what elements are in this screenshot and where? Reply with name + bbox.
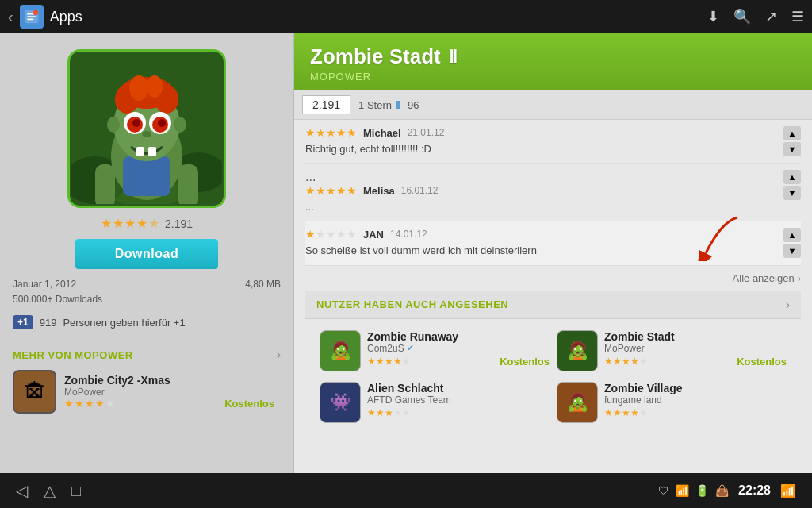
nutzer-kostenlos: Kostenlos [737, 356, 787, 368]
nutzer-kostenlos: Kostenlos [500, 356, 550, 368]
nutzer-thumb: 👾 [320, 382, 361, 423]
app-title-row: Zombie Stadt Ⅱ [310, 44, 796, 69]
nutzer-item[interactable]: 🧟 Zombie Stadt MoPower ★★★★★ Kostenlos [553, 325, 790, 376]
file-size: 4,80 MB [245, 277, 281, 292]
nutzer-info: Zombie Runaway Com2uS ✔ ★★★★★ Kostenlos [367, 330, 550, 368]
bag-icon: 👜 [715, 484, 729, 497]
thumbs-icons: ▲ ▼ [783, 228, 801, 258]
reviews-section: ★★★★★ Michael 21.01.12 Richtig gut, echt… [294, 120, 812, 473]
review-date: 16.01.12 [401, 185, 439, 196]
alle-anzeigen-label: Alle anzeigen [733, 272, 795, 284]
nutzer-app-name: Alien Schlacht [367, 382, 550, 394]
svg-rect-22 [148, 147, 156, 156]
nutzer-stars: ★★★★★ [604, 407, 648, 418]
security-icon: 🛡 [658, 484, 669, 497]
thumbs-up-icon[interactable]: ▲ [783, 126, 801, 140]
home-nav-icon[interactable]: △ [44, 481, 56, 500]
rating-value: 2.191 [165, 217, 193, 230]
svg-point-18 [132, 119, 140, 127]
nutzer-info: Zombie Village fungame land ★★★★★ [604, 382, 787, 418]
nutzer-bottom-row: ★★★★★ [604, 407, 787, 418]
rating-row: ★★★★★ 2.191 [101, 216, 193, 231]
nutzer-stars: ★★★★★ [367, 356, 411, 367]
back-nav-icon[interactable]: ◁ [16, 481, 28, 500]
download-icon[interactable]: ⬇ [707, 8, 719, 25]
thumbs-down-icon[interactable]: ▼ [783, 142, 801, 156]
release-date: Januar 1, 2012 [13, 279, 76, 290]
nutzer-app-name: Zombie Village [604, 382, 787, 394]
recent-nav-icon[interactable]: □ [71, 482, 81, 500]
review-author: Michael [363, 127, 401, 139]
topbar-title: Apps [50, 9, 707, 25]
back-icon[interactable]: ‹ [8, 8, 13, 26]
app-developer: MOPOWER [310, 71, 796, 83]
nutzer-thumb: 🧟 [557, 382, 598, 423]
nutzer-thumb: 🧟 [557, 330, 598, 371]
review-author: Melisa [363, 185, 395, 197]
review-text: Richtig gut, echt toll!!!!!!!! :D [305, 142, 801, 156]
mehr-von-arrow[interactable]: › [277, 348, 281, 362]
review-header: ★★★★★ Melisa 16.01.12 [305, 184, 801, 197]
svg-rect-21 [136, 147, 144, 156]
nutzer-stars: ★★★★★ [367, 407, 411, 418]
nutzer-grid: 🧟 Zombie Runaway Com2uS ✔ ★★★★★ Kostenlo… [305, 319, 801, 434]
left-panel: ★★★★★ 2.191 Download Januar 1, 2012 4,80… [0, 33, 293, 473]
download-button[interactable]: Download [75, 239, 218, 269]
share-icon[interactable]: ↗ [765, 8, 777, 25]
nav-left: ◁ △ □ [16, 481, 81, 500]
topbar-icons: ⬇ 🔍 ↗ ☰ [707, 8, 804, 25]
verified-check: ✔ [407, 343, 414, 353]
search-icon[interactable]: 🔍 [733, 8, 751, 25]
menu-icon[interactable]: ☰ [791, 8, 804, 25]
rating-count: 96 [408, 99, 419, 111]
thumbs-up-icon[interactable]: ▲ [783, 228, 801, 242]
plus-one-count: 919 [40, 317, 57, 329]
nutzer-section: NUTZER HABEN AUCH ANGESEHEN › 🧟 Zombie R… [305, 291, 801, 442]
topbar: ‹ Apps ⬇ 🔍 ↗ ☰ [0, 0, 812, 33]
review-header: ★★★★★ JAN 14.01.12 [305, 228, 801, 241]
mopower-app-thumb: 🏚 [13, 370, 56, 414]
thumbs-down-icon[interactable]: ▼ [783, 244, 801, 258]
plus-one-badge[interactable]: +1 [13, 315, 33, 329]
svg-point-23 [107, 117, 120, 133]
mopower-stars-row: ★★★★★ Kostenlos [64, 398, 281, 410]
thumbs-icons: ▲ ▼ [783, 126, 801, 156]
rating-label: 1 Stern [358, 99, 392, 111]
nutzer-header: NUTZER HABEN AUCH ANGESEHEN › [305, 291, 801, 319]
nutzer-arrow[interactable]: › [786, 298, 790, 312]
nutzer-item[interactable]: 🧟 Zombie Runaway Com2uS ✔ ★★★★★ Kostenlo… [316, 325, 553, 376]
svg-point-1 [33, 10, 38, 16]
plus-one-text: Personen geben hierfür +1 [63, 317, 185, 329]
nutzer-bottom-row: ★★★★★ [367, 407, 550, 418]
nutzer-thumb: 🧟 [320, 330, 361, 371]
alle-anzeigen-row[interactable]: Alle anzeigen › [305, 266, 801, 291]
right-panel: Zombie Stadt Ⅱ MOPOWER 2.191 1 Stern 96 … [294, 33, 812, 473]
review-date: 21.01.12 [408, 127, 445, 138]
review-ellipsis: ... [305, 170, 801, 184]
thumbs-down-icon[interactable]: ▼ [783, 186, 801, 200]
thumbs-up-icon[interactable]: ▲ [783, 170, 801, 184]
nav-right: 🛡 📶 🔋 👜 22:28 📶 [658, 483, 796, 498]
nutzer-app-dev: fungame land [604, 394, 787, 406]
status-icons: 🛡 📶 🔋 👜 [658, 484, 729, 497]
mopower-app-info: Zombie City2 -Xmas MoPower ★★★★★ Kostenl… [64, 374, 281, 410]
review-item-highlighted: ★★★★★ JAN 14.01.12 So scheiße ist voll d… [305, 221, 801, 265]
svg-point-24 [174, 117, 186, 133]
review-header: ★★★★★ Michael 21.01.12 [305, 126, 801, 139]
review-text: ... [305, 200, 801, 214]
nutzer-info: Zombie Stadt MoPower ★★★★★ Kostenlos [604, 330, 787, 368]
mopower-app-dev: MoPower [64, 387, 281, 398]
battery-icon: 🔋 [695, 484, 709, 497]
nutzer-item[interactable]: 🧟 Zombie Village fungame land ★★★★★ [553, 377, 790, 428]
mopower-item[interactable]: 🏚 Zombie City2 -Xmas MoPower ★★★★★ Koste… [13, 370, 281, 414]
nutzer-app-name: Zombie Runaway [367, 330, 550, 343]
nutzer-item[interactable]: 👾 Alien Schlacht AFTD Games Team ★★★★★ [316, 377, 553, 428]
review-item: ★★★★★ Michael 21.01.12 Richtig gut, echt… [305, 120, 801, 164]
store-icon [20, 5, 44, 29]
review-stars: ★★★★★ [305, 126, 357, 139]
review-stars: ★★★★★ [305, 184, 357, 197]
ratings-bar: 2.191 1 Stern 96 [294, 90, 812, 120]
nutzer-header-label: NUTZER HABEN AUCH ANGESEHEN [316, 298, 508, 310]
mopower-app-name: Zombie City2 -Xmas [64, 374, 281, 387]
nutzer-app-dev: AFTD Games Team [367, 394, 550, 406]
